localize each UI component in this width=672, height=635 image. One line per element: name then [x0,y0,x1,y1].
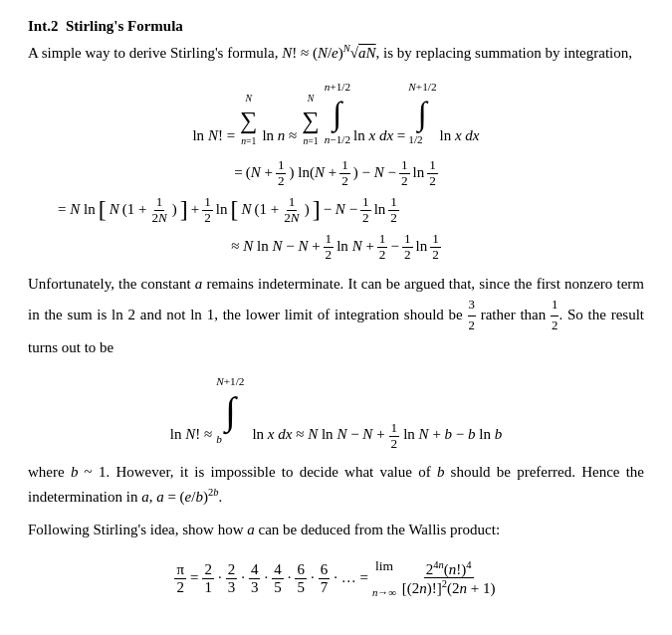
equation-block-1: ln N! = N ∑ n=1 ln n ≈ N ∑ n=1 n+1/2 ∫ n… [28,75,644,263]
para-3: Following Stirling's idea, show how a ca… [28,519,644,541]
para-2: where b ~ 1. However, it is impossible t… [28,461,644,509]
intro-paragraph: A simple way to derive Stirling's formul… [28,41,644,65]
section-title: Int.2 Stirling's Formula [28,18,644,35]
equation-block-2: ln N! ≈ N+1/2 ∫ b ln x dx ≈ N ln N − N +… [28,369,644,452]
equation-block-3: π 2 = 2 1 · 2 3 · 4 3 · [28,551,644,604]
para-1: Unfortunately, the constant a remains in… [28,273,644,359]
